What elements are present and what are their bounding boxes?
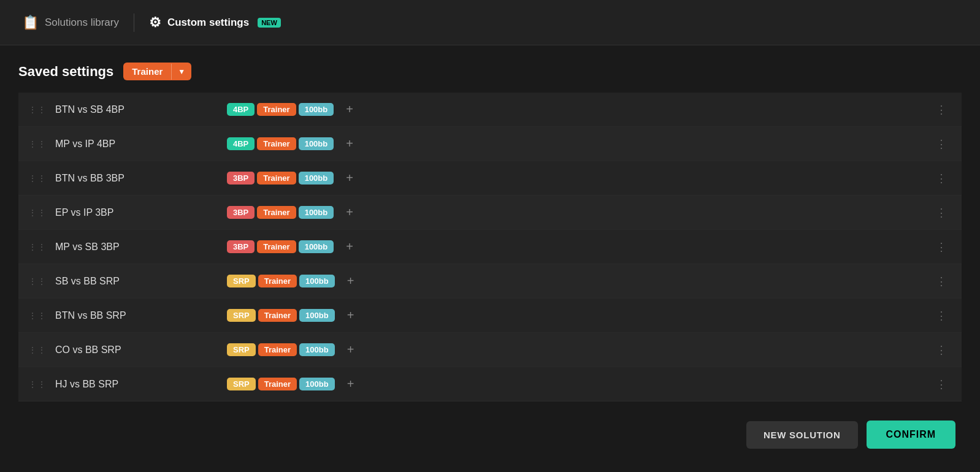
trainer-badge: Trainer (257, 103, 296, 116)
drag-handle-icon: ⋮⋮ (28, 105, 47, 115)
drag-handle-icon: ⋮⋮ (28, 345, 47, 355)
drag-handle-icon: ⋮⋮ (28, 379, 47, 389)
bp-badge: SRP (227, 275, 256, 287)
row-badges: SRP Trainer 100bb + (227, 273, 931, 289)
trainer-badge: Trainer (257, 240, 296, 253)
bp-badge: SRP (227, 309, 256, 322)
trainer-badge: Trainer (257, 206, 296, 219)
add-icon[interactable]: + (342, 307, 359, 324)
row-badges: 3BP Trainer 100bb + (227, 170, 931, 186)
row-menu-icon[interactable]: ⋮ (931, 101, 952, 119)
table-row[interactable]: ⋮⋮ HJ vs BB SRP SRP Trainer 100bb + ⋮ (18, 367, 962, 402)
footer: NEW SOLUTION CONFIRM (18, 408, 962, 455)
table-row[interactable]: ⋮⋮ BTN vs SB 4BP 4BP Trainer 100bb + ⋮ (18, 93, 962, 127)
add-icon[interactable]: + (341, 101, 358, 118)
row-menu-icon[interactable]: ⋮ (931, 306, 952, 325)
solutions-table: ⋮⋮ BTN vs SB 4BP 4BP Trainer 100bb + ⋮ ⋮… (18, 93, 962, 408)
header-divider (134, 13, 134, 32)
row-name: BTN vs BB SRP (55, 310, 227, 321)
row-menu-icon[interactable]: ⋮ (931, 204, 952, 222)
bp-badge: 3BP (227, 172, 255, 185)
trainer-badge: Trainer (258, 309, 297, 322)
row-badges: 4BP Trainer 100bb + (227, 135, 931, 152)
row-menu-icon[interactable]: ⋮ (931, 341, 952, 359)
header: 📋 Solutions library ⚙ Custom settings NE… (0, 0, 980, 45)
row-menu-icon[interactable]: ⋮ (931, 238, 952, 256)
drag-handle-icon: ⋮⋮ (28, 173, 47, 183)
row-badges: SRP Trainer 100bb + (227, 341, 931, 358)
row-menu-icon[interactable]: ⋮ (931, 135, 952, 153)
row-name: BTN vs BB 3BP (55, 173, 227, 184)
trainer-filter-dropdown[interactable]: Trainer ▼ (123, 63, 191, 80)
new-solution-button[interactable]: NEW SOLUTION (746, 421, 858, 449)
table-row[interactable]: ⋮⋮ BTN vs BB SRP SRP Trainer 100bb + ⋮ (18, 299, 962, 333)
solutions-library-label: Solutions library (45, 17, 119, 29)
row-badges: SRP Trainer 100bb + (227, 307, 931, 324)
stack-badge: 100bb (299, 240, 334, 253)
stack-badge: 100bb (299, 137, 334, 150)
row-name: EP vs IP 3BP (55, 207, 227, 218)
library-icon: 📋 (22, 15, 39, 31)
row-menu-icon[interactable]: ⋮ (931, 169, 952, 188)
row-name: MP vs SB 3BP (55, 242, 227, 253)
table-row[interactable]: ⋮⋮ MP vs SB 3BP 3BP Trainer 100bb + ⋮ (18, 230, 962, 264)
row-name: CO vs BB SRP (55, 344, 227, 356)
stack-badge: 100bb (299, 275, 335, 287)
row-name: BTN vs SB 4BP (55, 104, 227, 115)
table-row[interactable]: ⋮⋮ BTN vs BB 3BP 3BP Trainer 100bb + ⋮ (18, 161, 962, 196)
table-row[interactable]: ⋮⋮ EP vs IP 3BP 3BP Trainer 100bb + ⋮ (18, 196, 962, 230)
stack-badge: 100bb (299, 378, 335, 390)
stack-badge: 100bb (299, 309, 335, 322)
add-icon[interactable]: + (341, 238, 358, 255)
section-title: Saved settings (18, 64, 113, 80)
row-menu-icon[interactable]: ⋮ (931, 272, 952, 291)
row-badges: SRP Trainer 100bb + (227, 376, 931, 392)
gear-icon: ⚙ (149, 15, 161, 31)
add-icon[interactable]: + (341, 170, 358, 186)
add-icon[interactable]: + (342, 341, 359, 358)
trainer-badge: Trainer (258, 378, 297, 390)
stack-badge: 100bb (299, 206, 334, 219)
new-badge: NEW (258, 18, 281, 28)
row-name: SB vs BB SRP (55, 276, 227, 287)
stack-badge: 100bb (299, 172, 334, 185)
table-row[interactable]: ⋮⋮ MP vs IP 4BP 4BP Trainer 100bb + ⋮ (18, 127, 962, 161)
bp-badge: 4BP (227, 137, 255, 150)
drag-handle-icon: ⋮⋮ (28, 139, 47, 149)
chevron-down-icon: ▼ (171, 64, 191, 80)
stack-badge: 100bb (299, 103, 334, 116)
row-badges: 4BP Trainer 100bb + (227, 101, 931, 118)
drag-handle-icon: ⋮⋮ (28, 276, 47, 286)
confirm-button[interactable]: CONFIRM (867, 421, 955, 449)
add-icon[interactable]: + (342, 376, 359, 392)
bp-badge: 3BP (227, 206, 255, 219)
bp-badge: 3BP (227, 240, 255, 253)
table-row[interactable]: ⋮⋮ SB vs BB SRP SRP Trainer 100bb + ⋮ (18, 264, 962, 299)
custom-settings-label: Custom settings (167, 17, 249, 29)
bp-badge: SRP (227, 343, 256, 356)
trainer-badge: Trainer (258, 275, 297, 287)
bp-badge: SRP (227, 378, 256, 390)
row-menu-icon[interactable]: ⋮ (931, 375, 952, 394)
trainer-filter-label: Trainer (123, 63, 171, 80)
trainer-badge: Trainer (257, 137, 296, 150)
solutions-library-nav[interactable]: 📋 Solutions library (12, 10, 129, 36)
row-name: MP vs IP 4BP (55, 139, 227, 150)
row-name: HJ vs BB SRP (55, 379, 227, 390)
row-badges: 3BP Trainer 100bb + (227, 238, 931, 255)
custom-settings-nav[interactable]: ⚙ Custom settings NEW (139, 10, 291, 36)
add-icon[interactable]: + (341, 135, 358, 152)
add-icon[interactable]: + (341, 204, 358, 221)
stack-badge: 100bb (299, 343, 335, 356)
table-row[interactable]: ⋮⋮ CO vs BB SRP SRP Trainer 100bb + ⋮ (18, 333, 962, 367)
drag-handle-icon: ⋮⋮ (28, 208, 47, 218)
add-icon[interactable]: + (342, 273, 359, 289)
section-header: Saved settings Trainer ▼ (18, 63, 962, 80)
drag-handle-icon: ⋮⋮ (28, 311, 47, 321)
trainer-badge: Trainer (257, 172, 296, 185)
drag-handle-icon: ⋮⋮ (28, 242, 47, 252)
row-badges: 3BP Trainer 100bb + (227, 204, 931, 221)
trainer-badge: Trainer (258, 343, 297, 356)
content-area: Saved settings Trainer ▼ ⋮⋮ BTN vs SB 4B… (0, 45, 980, 472)
bp-badge: 4BP (227, 103, 255, 116)
